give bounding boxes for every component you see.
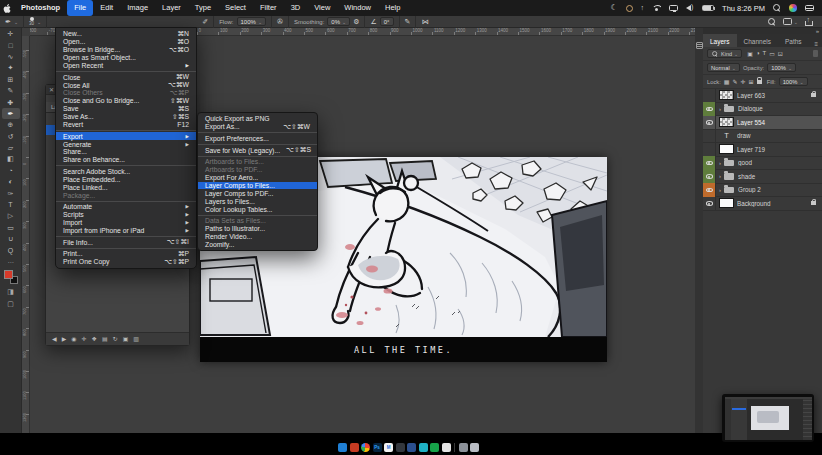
layer-thumbnail[interactable] bbox=[719, 117, 734, 127]
apply-next-comp-icon[interactable]: ▶ bbox=[62, 336, 67, 342]
layer-row-good[interactable]: ›good bbox=[703, 157, 822, 171]
dock-app-photoshop[interactable]: Ps bbox=[373, 443, 382, 452]
file-menu-item-close[interactable]: Close⌘W bbox=[56, 73, 196, 81]
moon-icon[interactable] bbox=[610, 4, 617, 12]
brush-angle-control[interactable]: ∠ 0° bbox=[365, 16, 399, 28]
opacity-select[interactable]: 100% ⌄ bbox=[767, 63, 796, 72]
update-position-icon[interactable]: ✛ bbox=[82, 336, 87, 342]
layer-row-layer-719[interactable]: Layer 719 bbox=[703, 143, 822, 157]
smoothing-control[interactable]: Smoothing: 0%⌄ ⚙ bbox=[289, 16, 366, 28]
healing-brush-tool-icon[interactable]: ✚ bbox=[2, 96, 20, 107]
file-menu-item-open-as-smart-object[interactable]: Open as Smart Object... bbox=[56, 54, 196, 62]
file-menu-item-new[interactable]: New...⌘N bbox=[56, 30, 196, 38]
dock-app-downloads-folder[interactable] bbox=[459, 443, 468, 452]
visibility-cell[interactable] bbox=[703, 197, 716, 211]
visibility-cell[interactable] bbox=[703, 102, 716, 116]
layer-row-group-2[interactable]: ›Group 2 bbox=[703, 184, 822, 198]
expand-arrow-icon[interactable]: › bbox=[719, 173, 721, 179]
airbrush-toggle[interactable]: ✇ bbox=[272, 16, 289, 28]
layer-row-dialogue[interactable]: ›Dialogue bbox=[703, 103, 822, 117]
export-submenu-item-save-for-web-legacy[interactable]: Save for Web (Legacy)...⌥⇧⌘S bbox=[198, 146, 317, 154]
app-icon[interactable] bbox=[626, 5, 633, 12]
file-menu-item-search-adobe-stock[interactable]: Search Adobe Stock... bbox=[56, 168, 196, 176]
apply-prev-comp-icon[interactable]: ◀ bbox=[52, 336, 57, 342]
layer-row-layer-663[interactable]: Layer 663 bbox=[703, 89, 822, 103]
brush-settings-toggle[interactable]: ✐ bbox=[197, 16, 214, 28]
pen-tool-icon[interactable]: ✑ bbox=[2, 187, 20, 198]
layer-row-background[interactable]: Background bbox=[703, 197, 822, 211]
visibility-cell[interactable] bbox=[703, 129, 716, 143]
filter-type-icon-1[interactable]: ◑ bbox=[756, 50, 760, 57]
layer-row-layer-554[interactable]: Layer 554 bbox=[703, 116, 822, 130]
filter-kind-select[interactable]: Kind ⌄ bbox=[707, 49, 742, 58]
new-comp-icon[interactable]: ▣ bbox=[123, 336, 129, 342]
move-tool-icon[interactable]: ✛ bbox=[2, 28, 20, 39]
dock-app-green-app[interactable] bbox=[430, 443, 439, 452]
brush-preset-picker[interactable]: 30 ⌄ bbox=[24, 16, 47, 28]
export-submenu-item-paths-to-illustrator[interactable]: Paths to Illustrator... bbox=[198, 225, 317, 233]
dock-app-teal-app[interactable] bbox=[419, 443, 428, 452]
layer-row-shade[interactable]: ›shade bbox=[703, 170, 822, 184]
history-brush-tool-icon[interactable]: ↺ bbox=[2, 131, 20, 142]
marquee-tool-icon[interactable]: □ bbox=[2, 39, 20, 50]
update-appearance-icon[interactable]: ❖ bbox=[92, 336, 97, 342]
file-menu-item-save-as[interactable]: Save As...⇧⌘S bbox=[56, 113, 196, 121]
blur-tool-icon[interactable]: ◔ bbox=[2, 165, 20, 176]
visibility-cell[interactable] bbox=[703, 89, 716, 103]
tab-layers[interactable]: Layers bbox=[703, 34, 737, 47]
export-submenu-item-layer-comps-to-files[interactable]: Layer Comps to Files... bbox=[198, 182, 317, 190]
file-menu-item-close-and-go-to-bridge[interactable]: Close and Go to Bridge...⇧⌘W bbox=[56, 97, 196, 105]
clone-stamp-tool-icon[interactable]: ⊕ bbox=[2, 119, 20, 130]
update-comp-icon[interactable]: ↻ bbox=[113, 336, 118, 342]
screen-preview-window[interactable] bbox=[722, 394, 814, 442]
file-menu-item-open[interactable]: Open...⌘O bbox=[56, 38, 196, 46]
export-submenu-item-render-video[interactable]: Render Video... bbox=[198, 233, 317, 241]
filter-type-icon-3[interactable]: ▭ bbox=[769, 50, 775, 57]
export-submenu-item-export-as[interactable]: Export As...⌥⇧⌘W bbox=[198, 123, 317, 131]
lock-all-icon[interactable] bbox=[757, 80, 762, 84]
path-selection-tool-icon[interactable]: ▷ bbox=[2, 210, 20, 221]
export-submenu-item-export-preferences[interactable]: Export Preferences... bbox=[198, 135, 317, 143]
foreground-color-swatch[interactable] bbox=[4, 270, 13, 279]
export-submenu-item-artboards-to-files[interactable]: Artboards to Files... bbox=[198, 158, 317, 166]
file-menu-item-share-on-behance[interactable]: Share on Behance... bbox=[56, 156, 196, 164]
visibility-cell[interactable] bbox=[703, 143, 716, 157]
battery-icon[interactable] bbox=[702, 5, 714, 11]
brush-tool-icon[interactable]: ✒ bbox=[2, 108, 20, 119]
export-submenu-item-zoomify[interactable]: Zoomify... bbox=[198, 241, 317, 249]
tool-preset-picker[interactable]: ✒ ⌄ bbox=[0, 16, 24, 28]
file-menu-item-open-recent[interactable]: Open Recent▶ bbox=[56, 62, 196, 70]
menu-photoshop[interactable]: Photoshop bbox=[14, 0, 67, 16]
file-menu-item-import[interactable]: Import▶ bbox=[56, 219, 196, 227]
lock-option-icon-2[interactable]: ✛ bbox=[741, 78, 746, 85]
search-icon[interactable] bbox=[768, 18, 776, 26]
layer-thumbnail[interactable] bbox=[719, 90, 734, 100]
file-menu-item-close-others[interactable]: Close Others⌥⌘P bbox=[56, 89, 196, 97]
arrow-icon[interactable] bbox=[641, 4, 645, 12]
file-menu-item-browse-in-bridge[interactable]: Browse in Bridge...⌥⌘O bbox=[56, 46, 196, 54]
dock-app-light-app[interactable] bbox=[442, 443, 451, 452]
flow-control[interactable]: Flow: 100%⌄ bbox=[214, 16, 272, 28]
color-swatches[interactable] bbox=[4, 270, 18, 284]
menu-view[interactable]: View bbox=[307, 0, 337, 16]
cc-icon[interactable] bbox=[805, 5, 814, 11]
edit-toolbar-icon[interactable]: ⋯ bbox=[8, 258, 14, 265]
flow-value[interactable]: 100% bbox=[241, 18, 256, 26]
panel-menu-icon[interactable]: ≡ bbox=[814, 41, 822, 47]
menu-window[interactable]: Window bbox=[337, 0, 378, 16]
export-submenu-item-layer-comps-to-pdf[interactable]: Layer Comps to PDF... bbox=[198, 189, 317, 197]
dock-app-trash[interactable] bbox=[470, 443, 479, 452]
visibility-cell[interactable] bbox=[703, 183, 716, 197]
menu-3d[interactable]: 3D bbox=[284, 0, 308, 16]
eyedropper-tool-icon[interactable]: ✎ bbox=[2, 85, 20, 96]
siri-icon[interactable] bbox=[789, 4, 797, 12]
pressure-toggle[interactable]: ✎ bbox=[400, 16, 417, 28]
collapse-panels-icon[interactable]: » bbox=[816, 28, 819, 34]
filter-toggle[interactable] bbox=[813, 50, 818, 57]
smoothing-value[interactable]: 0% bbox=[331, 18, 340, 26]
export-submenu-item-export-for-aero[interactable]: Export For Aero... bbox=[198, 174, 317, 182]
filter-type-icon-0[interactable]: ▣ bbox=[747, 50, 753, 57]
file-menu-item-generate[interactable]: Generate▶ bbox=[56, 140, 196, 148]
dock-app-finder[interactable] bbox=[338, 443, 347, 452]
visibility-cell[interactable] bbox=[703, 170, 716, 184]
